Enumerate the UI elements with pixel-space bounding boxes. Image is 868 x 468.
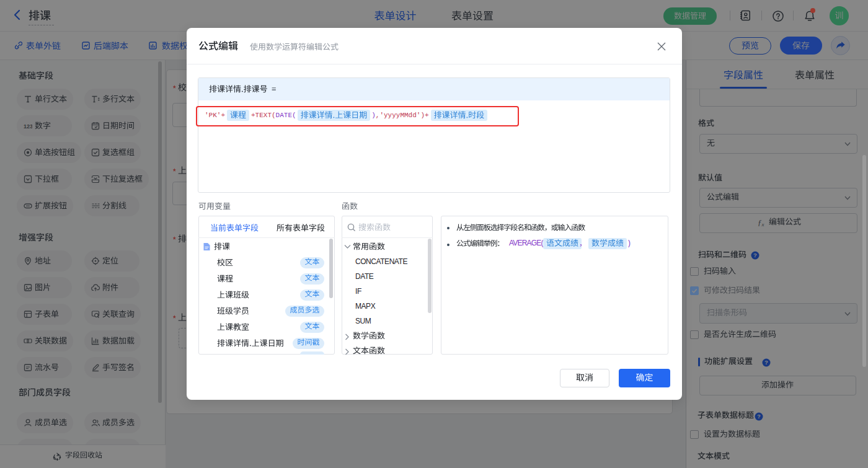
svg-text:?: ? — [757, 413, 761, 420]
svg-text:?: ? — [753, 252, 757, 258]
svg-text:?: ? — [764, 359, 768, 366]
svg-text:123: 123 — [24, 123, 32, 130]
